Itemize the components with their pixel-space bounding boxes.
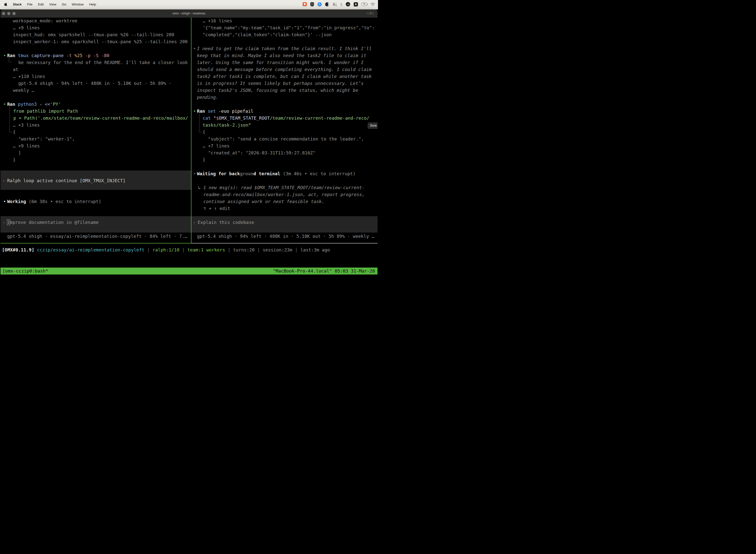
- terminal-line: continue assigned work or next feasible …: [203, 198, 324, 205]
- squiggle-icon[interactable]: §: [340, 2, 342, 6]
- menu-item-go[interactable]: Go: [62, 2, 66, 6]
- terminal-line: •: [3, 101, 6, 108]
- terminal-line: gpt-5.4 xhigh · 94% left · 488K in · 5.1…: [197, 233, 374, 240]
- blue-badge-icon[interactable]: ϟ: [317, 2, 322, 6]
- tmux-status-bar[interactable]: [omx-cczip0:bash* "MacBook-Pro-44.local"…: [0, 268, 378, 275]
- right-pane-border: [191, 243, 378, 243]
- terminal-line: ›: [2, 177, 5, 184]
- menu-item-app-slack[interactable]: Slack: [13, 2, 21, 6]
- terminal-line: Ran set -euo pipefail: [197, 108, 253, 115]
- terminal-line: ›: [193, 219, 196, 226]
- terminal-line: •: [3, 198, 6, 205]
- wifi-icon[interactable]: [371, 2, 375, 6]
- terminal-line: ↳ 1 new msg(s): read $OMX_TEAM_STATE_ROO…: [198, 184, 365, 191]
- terminal-line: later. Using the same for transition mig…: [197, 59, 364, 66]
- terminal-line: •: [193, 170, 196, 177]
- terminal-line: inspect task2's JSON, focusing on the st…: [197, 87, 358, 94]
- slack-notification-icon[interactable]: [303, 2, 307, 6]
- screen-overlay-tooltip: Scre: [368, 122, 378, 129]
- terminal-line: … +110 lines: [13, 73, 45, 80]
- terminal-line: I need to get the claim token from the c…: [197, 45, 372, 52]
- terminal-line: … +16 lines: [203, 18, 232, 24]
- terminal-line: gpt-5.4 xhigh · 94% left · 488K in · 5.1…: [13, 80, 171, 87]
- count-badge-icon[interactable]: ..61: [346, 2, 350, 6]
- terminal-line: be necessary for the end of the README. …: [18, 59, 188, 66]
- dots-grid-icon[interactable]: [333, 2, 337, 6]
- crescent-icon[interactable]: [325, 2, 329, 6]
- terminal-line: p = Path('.omx/state/team/review-current…: [13, 115, 188, 122]
- terminal-line: weekly …: [13, 87, 35, 94]
- left-pane-active-border: [0, 243, 191, 243]
- terminal-line: •: [193, 108, 196, 115]
- terminal-line: Ralph loop active continue [OMX_TMUX_INJ…: [7, 177, 126, 184]
- terminal-line: … +9 lines: [13, 24, 40, 31]
- terminal-line: ›: [2, 219, 5, 226]
- terminal-line: … +7 lines: [203, 143, 230, 150]
- terminal-line: pending.: [197, 94, 218, 101]
- terminal-line: workspace_mode: worktree: [13, 18, 77, 24]
- terminal-line: ⌥ + ↑ edit: [203, 205, 230, 212]
- terminal-line: {: [13, 128, 16, 135]
- terminal-line: should send a message before completing …: [197, 66, 372, 73]
- menu-item-window[interactable]: Window: [72, 2, 83, 6]
- menu-item-view[interactable]: View: [49, 2, 56, 6]
- menu-item-help[interactable]: Help: [89, 2, 96, 6]
- window-title: omx --xhigh --madmax: [0, 9, 378, 18]
- terminal-line: }: [13, 156, 16, 163]
- terminal-line: cat "$OMX_TEAM_STATE_ROOT/team/review-cu…: [203, 115, 369, 122]
- input-source-icon[interactable]: A: [354, 2, 358, 6]
- terminal-line: inspect_hud: omx sparkshell --tmux-pane …: [13, 31, 174, 38]
- terminal-line: readme-and-reco/mailbox/worker-1.json, a…: [203, 191, 365, 198]
- output-connector: [199, 114, 202, 132]
- terminal-line: Ran tmux capture-pane -t %25 -p -S -80: [7, 52, 109, 59]
- terminal-line: gpt-5.4 xhigh · essay/ai-reimplementatio…: [7, 233, 187, 240]
- terminal-line: [OMX#0.11.9] cczip/essay/ai-reimplementa…: [2, 246, 330, 254]
- terminal-line: "completed","claim_token":"claim-token"}…: [203, 31, 332, 38]
- tmux-session-label: [omx-cczip0:bash*: [2, 268, 48, 275]
- terminal-line: '{"team_name":"my-team","task_id":"1","f…: [203, 24, 375, 31]
- terminal-line: Working (6m 38s • esc to interrupt): [7, 198, 101, 205]
- menu-bar: Slack File Edit View Go Window Help ϟ § …: [0, 0, 378, 8]
- terminal-line: Improve documentation in @filename: [7, 219, 99, 226]
- title-bar[interactable]: omx --xhigh --madmax ⌥⌘1: [0, 9, 378, 18]
- menu-item-file[interactable]: File: [27, 2, 33, 6]
- output-connector: [9, 104, 12, 132]
- terminal-line: Ran python3 - <<'PY': [7, 101, 61, 108]
- terminal-line: … +3 lines: [13, 122, 40, 128]
- tmux-host-clock: "MacBook-Pro-44.local" 05:03 31-Mar-26: [273, 268, 375, 275]
- terminal-line: is in progress? It seems likely but perh…: [197, 80, 364, 87]
- shield-grid-icon[interactable]: [310, 2, 314, 6]
- terminal-window: omx --xhigh --madmax ⌥⌘1 workspace_mode:…: [0, 9, 378, 277]
- terminal-line: from pathlib import Path: [13, 108, 78, 115]
- terminal-line: "created_at": "2026-03-31T11:59:27.816Z": [203, 150, 315, 156]
- terminal-line: tasks/task-2.json": [203, 122, 251, 128]
- pane-divider[interactable]: [191, 18, 191, 243]
- window-shortcut-badge: ⌥⌘1: [366, 9, 374, 18]
- terminal-line: •: [193, 45, 196, 52]
- apple-menu-icon[interactable]: [4, 2, 7, 6]
- terminal-line: }: [203, 156, 205, 163]
- terminal-line: {: [203, 128, 205, 135]
- left-terminal-pane[interactable]: workspace_mode: worktree… +9 linesinspec…: [0, 18, 191, 243]
- menu-item-edit[interactable]: Edit: [38, 2, 44, 6]
- terminal-line: keep that in mind. Maybe I also need the…: [197, 52, 366, 59]
- terminal-line: "subject": "send a concise recommendatio…: [203, 135, 364, 143]
- text-cursor[interactable]: I: [7, 220, 10, 225]
- right-terminal-pane[interactable]: … +16 lines'{"team_name":"my-team","task…: [191, 18, 378, 243]
- terminal-line: task2 after task1 is complete, but can I…: [197, 73, 372, 80]
- terminal-line: Waiting for background terminal (3m 46s …: [197, 170, 356, 177]
- terminal-line: Explain this codebase: [198, 219, 254, 226]
- terminal-line: at: [13, 66, 18, 73]
- terminal-line: inspect_worker-1: omx sparkshell --tmux-…: [13, 38, 188, 45]
- terminal-line: •: [3, 52, 6, 59]
- terminal-line: ]: [13, 150, 21, 156]
- terminal-line: "worker": "worker-1",: [13, 135, 75, 143]
- battery-charging-icon[interactable]: ϟ: [361, 3, 367, 6]
- terminal-line: … +9 lines: [13, 143, 40, 150]
